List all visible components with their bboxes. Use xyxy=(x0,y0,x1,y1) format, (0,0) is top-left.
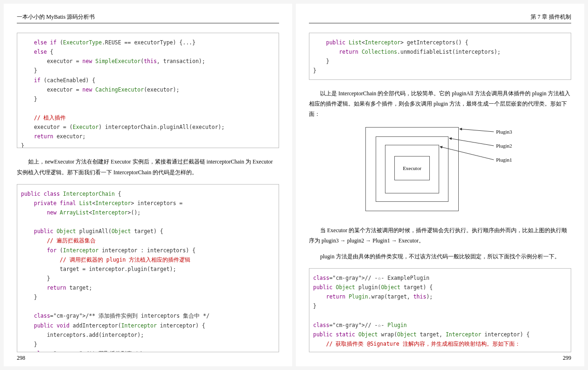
page-header: 一本小小的 MyBatis 源码分析书 xyxy=(17,13,279,21)
code-block-3: public List<Interceptor> getInterceptors… xyxy=(309,33,571,80)
svg-line-1 xyxy=(449,138,494,146)
svg-line-2 xyxy=(440,147,494,160)
label-plugin1: Plugin1 xyxy=(496,157,512,163)
paragraph-2: 以上是 InterceptorChain 的全部代码，比较简单。它的 plugi… xyxy=(309,88,571,120)
code-block-1: else if (ExecutorType.REUSE == executorT… xyxy=(17,33,279,148)
label-plugin2: Plugin2 xyxy=(496,143,512,149)
book-title: 一本小小的 MyBatis 源码分析书 xyxy=(17,13,95,21)
svg-line-0 xyxy=(460,129,494,132)
paragraph-1: 如上，newExecutor 方法在创建好 Executor 实例后，紧接着通过… xyxy=(17,157,279,177)
page-left: 一本小小的 MyBatis 源码分析书 else if (ExecutorTyp… xyxy=(4,4,292,366)
code-block-4: class="cm-gray">// -☆- ExamplePlugin pub… xyxy=(309,268,571,352)
arrow-lines xyxy=(342,127,538,216)
header-rule xyxy=(17,23,279,23)
page-number: 298 xyxy=(17,355,25,362)
paragraph-3: 当 Executor 的某个方法被调用的时候，插件逻辑会先行执行。执行顺序由外而… xyxy=(309,225,571,246)
page-number: 299 xyxy=(563,355,571,362)
header-rule xyxy=(309,23,571,23)
page-right: 第 7 章 插件机制 public List<Interceptor> getI… xyxy=(296,4,584,366)
chapter-title: 第 7 章 插件机制 xyxy=(531,13,571,21)
paragraph-4: plugin 方法是由具体的插件类实现，不过该方法代码一般比较固定，所以下面找个… xyxy=(309,251,571,262)
label-plugin3: Plugin3 xyxy=(496,129,512,135)
code-block-2: public class InterceptorChain { private … xyxy=(17,184,279,352)
page-header: 第 7 章 插件机制 xyxy=(309,13,571,21)
proxy-nesting-diagram: Executor Plugin3 Plugin2 Plugin1 xyxy=(309,127,571,216)
